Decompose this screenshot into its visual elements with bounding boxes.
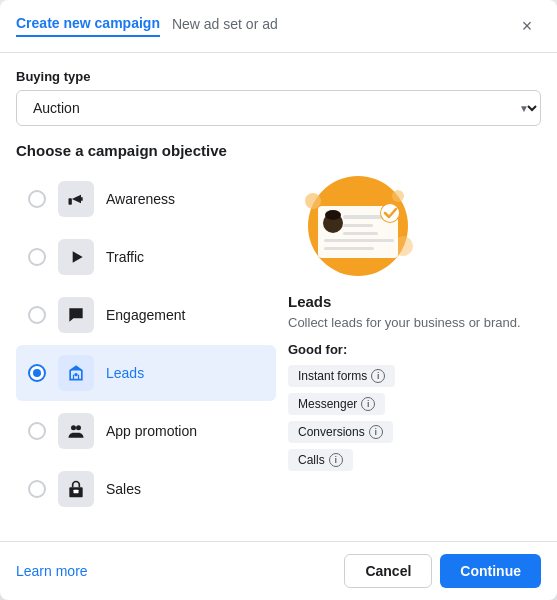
buying-type-section: Buying type Auction Reach and frequency bbox=[16, 69, 541, 126]
buying-type-label: Buying type bbox=[16, 69, 541, 84]
close-button[interactable]: × bbox=[513, 12, 541, 40]
radio-engagement bbox=[28, 306, 46, 324]
svg-rect-16 bbox=[343, 215, 383, 219]
objective-icon-engagement bbox=[58, 297, 94, 333]
modal-body: Buying type Auction Reach and frequency … bbox=[0, 53, 557, 541]
objective-icon-app-promotion bbox=[58, 413, 94, 449]
tag-conversions-label: Conversions bbox=[298, 425, 365, 439]
radio-app-promotion bbox=[28, 422, 46, 440]
info-icon-instant-forms[interactable]: i bbox=[371, 369, 385, 383]
tag-calls: Calls i bbox=[288, 449, 353, 471]
tag-messenger: Messenger i bbox=[288, 393, 385, 415]
info-icon-conversions[interactable]: i bbox=[369, 425, 383, 439]
svg-point-12 bbox=[305, 193, 321, 209]
objective-icon-awareness bbox=[58, 181, 94, 217]
info-icon-messenger[interactable]: i bbox=[361, 397, 375, 411]
objective-section-title: Choose a campaign objective bbox=[16, 142, 541, 159]
radio-sales bbox=[28, 480, 46, 498]
objective-item-traffic[interactable]: Traffic bbox=[16, 229, 276, 285]
svg-rect-17 bbox=[343, 224, 373, 227]
svg-point-24 bbox=[381, 204, 399, 222]
detail-title: Leads bbox=[288, 293, 541, 310]
create-campaign-modal: Create new campaign New ad set or ad × B… bbox=[0, 0, 557, 600]
svg-rect-10 bbox=[74, 490, 79, 493]
tag-instant-forms-label: Instant forms bbox=[298, 369, 367, 383]
modal-footer: Learn more Cancel Continue bbox=[0, 541, 557, 600]
tab-create-campaign[interactable]: Create new campaign bbox=[16, 15, 160, 37]
continue-button[interactable]: Continue bbox=[440, 554, 541, 588]
svg-point-7 bbox=[71, 425, 76, 430]
close-icon: × bbox=[522, 16, 533, 37]
footer-buttons: Cancel Continue bbox=[344, 554, 541, 588]
radio-traffic bbox=[28, 248, 46, 266]
objective-label-leads: Leads bbox=[106, 365, 144, 381]
info-icon-calls[interactable]: i bbox=[329, 453, 343, 467]
tags-list: Instant forms i Messenger i Conversions … bbox=[288, 365, 541, 471]
svg-point-4 bbox=[74, 373, 77, 376]
radio-leads bbox=[28, 364, 46, 382]
buying-type-select[interactable]: Auction Reach and frequency bbox=[16, 90, 541, 126]
objective-item-leads[interactable]: Leads bbox=[16, 345, 276, 401]
modal-header: Create new campaign New ad set or ad × bbox=[0, 0, 557, 53]
tag-messenger-label: Messenger bbox=[298, 397, 357, 411]
objectives-list: Awareness Traffic bbox=[16, 171, 276, 517]
svg-point-22 bbox=[325, 210, 341, 220]
learn-more-link[interactable]: Learn more bbox=[16, 563, 88, 579]
buying-type-dropdown-wrapper: Auction Reach and frequency bbox=[16, 90, 541, 126]
leads-illustration bbox=[288, 171, 428, 281]
cancel-button[interactable]: Cancel bbox=[344, 554, 432, 588]
objective-icon-leads bbox=[58, 355, 94, 391]
objectives-container: Awareness Traffic bbox=[16, 171, 541, 517]
objective-item-sales[interactable]: Sales bbox=[16, 461, 276, 517]
objective-label-awareness: Awareness bbox=[106, 191, 175, 207]
radio-awareness bbox=[28, 190, 46, 208]
objective-label-engagement: Engagement bbox=[106, 307, 185, 323]
svg-rect-18 bbox=[343, 232, 378, 235]
tag-conversions: Conversions i bbox=[288, 421, 393, 443]
svg-rect-0 bbox=[69, 198, 72, 205]
detail-panel: Leads Collect leads for your business or… bbox=[288, 171, 541, 517]
objective-item-engagement[interactable]: Engagement bbox=[16, 287, 276, 343]
svg-rect-19 bbox=[324, 239, 394, 242]
objective-label-traffic: Traffic bbox=[106, 249, 144, 265]
svg-marker-1 bbox=[73, 251, 83, 263]
tab-new-ad-set[interactable]: New ad set or ad bbox=[172, 16, 278, 36]
objective-icon-sales bbox=[58, 471, 94, 507]
svg-point-14 bbox=[392, 190, 404, 202]
objective-item-awareness[interactable]: Awareness bbox=[16, 171, 276, 227]
objective-label-sales: Sales bbox=[106, 481, 141, 497]
objective-icon-traffic bbox=[58, 239, 94, 275]
svg-rect-20 bbox=[324, 247, 374, 250]
svg-point-8 bbox=[76, 425, 81, 430]
tag-instant-forms: Instant forms i bbox=[288, 365, 395, 387]
objective-label-app-promotion: App promotion bbox=[106, 423, 197, 439]
good-for-label: Good for: bbox=[288, 342, 541, 357]
objective-item-app-promotion[interactable]: App promotion bbox=[16, 403, 276, 459]
detail-description: Collect leads for your business or brand… bbox=[288, 314, 541, 332]
tag-calls-label: Calls bbox=[298, 453, 325, 467]
